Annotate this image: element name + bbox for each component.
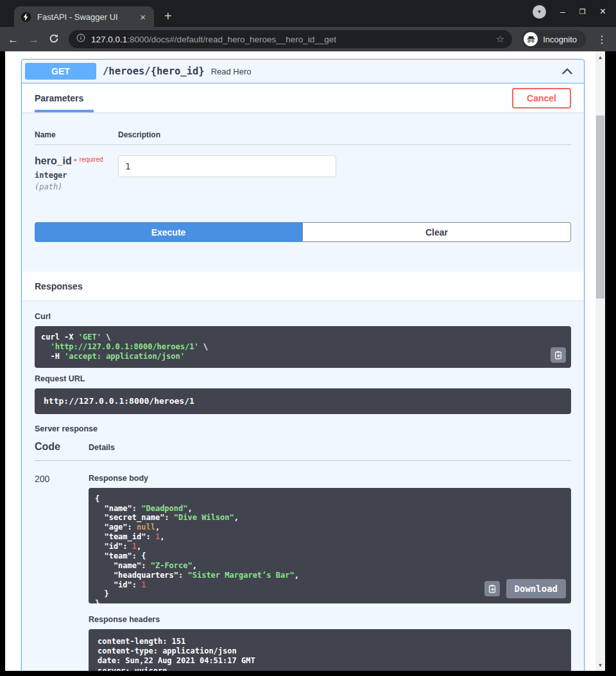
url-bar[interactable]: 127.0.0.1:8000/docs#/default/read_hero_h…: [69, 30, 512, 48]
swagger-page: GET /heroes/{hero_id} Read Hero Paramete…: [5, 51, 595, 671]
column-name: Name: [35, 130, 118, 139]
request-url-block: http://127.0.0.1:8000/heroes/1: [35, 388, 571, 414]
browser-tab[interactable]: FastAPI - Swagger UI ×: [14, 6, 154, 27]
maximize-icon[interactable]: ❐: [579, 8, 586, 15]
response-details: Response body { "name": "Deadpond", "sec…: [89, 474, 571, 671]
response-headers-label: Response headers: [89, 615, 571, 624]
response-body-actions: Download: [484, 579, 566, 598]
url-text: 127.0.0.1:8000/docs#/default/read_hero_h…: [91, 35, 490, 44]
scroll-down-icon[interactable]: ▼: [595, 661, 605, 670]
window-controls: ▾ – ❐ ×: [533, 5, 616, 19]
param-location: (path): [35, 182, 118, 191]
download-button[interactable]: Download: [506, 579, 566, 598]
param-row: hero_id*required integer (path): [35, 145, 571, 191]
incognito-label: Incognito: [543, 35, 577, 44]
column-details: Details: [89, 443, 115, 452]
param-name: hero_id: [35, 155, 72, 166]
endpoint-summary[interactable]: GET /heroes/{hero_id} Read Hero: [22, 60, 584, 83]
required-star: *: [74, 157, 77, 166]
execute-button[interactable]: Execute: [35, 222, 302, 242]
response-headers: content-length: 151 content-type: applic…: [89, 629, 571, 671]
curl-label: Curl: [35, 312, 571, 321]
method-badge: GET: [25, 63, 96, 80]
incognito-badge: Incognito: [522, 30, 586, 48]
parameters-header: Parameters Cancel: [22, 83, 584, 112]
response-body-label: Response body: [89, 474, 571, 483]
clear-button[interactable]: Clear: [302, 222, 571, 242]
param-description-cell: [118, 155, 336, 191]
column-code: Code: [35, 441, 89, 453]
browser-menu-icon[interactable]: ⋮: [595, 33, 608, 46]
status-code: 200: [35, 474, 89, 671]
page-scrollbar: ▲ ▼: [595, 51, 605, 671]
forward-icon[interactable]: →: [28, 34, 39, 45]
request-url-label: Request URL: [35, 374, 571, 383]
bookmark-star-icon[interactable]: ☆: [496, 33, 504, 45]
browser-toolbar: ← → 127.0.0.1:8000/docs#/default/read_he…: [0, 27, 616, 51]
new-tab-button[interactable]: +: [164, 10, 172, 22]
responses-inner: Curl curl -X 'GET' \ 'http://127.0.0.1:8…: [22, 300, 584, 671]
tab-parameters[interactable]: Parameters: [35, 83, 83, 112]
response-row: 200 Response body { "name": "Deadpond", …: [35, 461, 571, 671]
response-table-header: Code Details: [35, 435, 571, 461]
opblock-get: GET /heroes/{hero_id} Read Hero Paramete…: [21, 59, 585, 671]
fastapi-favicon-icon: [21, 12, 31, 22]
tab-title: FastAPI - Swagger UI: [37, 12, 132, 22]
copy-to-clipboard-button[interactable]: [551, 347, 566, 363]
parameters-table-header: Name Description: [35, 123, 571, 145]
window-close-icon[interactable]: ×: [600, 6, 606, 17]
tab-bar: FastAPI - Swagger UI × + ▾ – ❐ ×: [0, 0, 616, 27]
profile-button[interactable]: ▾: [533, 5, 546, 19]
hero-id-input[interactable]: [118, 155, 336, 177]
responses-title: Responses: [35, 281, 83, 291]
column-description: Description: [118, 130, 160, 139]
endpoint-summary-text: Read Hero: [211, 67, 252, 76]
response-body: { "name": "Deadpond", "secret_name": "Di…: [89, 488, 571, 603]
copy-response-button[interactable]: [484, 581, 500, 596]
scroll-up-icon[interactable]: ▲: [595, 53, 605, 62]
endpoint-path: /heroes/{hero_id}: [103, 65, 205, 77]
scrollbar-thumb[interactable]: [596, 116, 604, 299]
back-icon[interactable]: ←: [8, 34, 19, 45]
collapse-chevron-icon[interactable]: [561, 67, 573, 75]
incognito-icon: [524, 32, 538, 46]
site-info-icon[interactable]: [76, 33, 85, 45]
responses-header: Responses: [22, 272, 584, 300]
execute-row: Execute Clear: [35, 222, 571, 242]
reload-icon[interactable]: [49, 33, 59, 46]
cancel-button[interactable]: Cancel: [512, 88, 571, 108]
parameters-body: Name Description hero_id*required intege…: [22, 112, 584, 272]
minimize-icon[interactable]: –: [560, 7, 565, 16]
required-label: required: [80, 156, 103, 163]
param-type: integer: [35, 171, 118, 180]
tab-close-icon[interactable]: ×: [138, 12, 148, 22]
server-response-label: Server response: [35, 424, 571, 433]
param-name-cell: hero_id*required integer (path): [35, 155, 118, 191]
curl-command: curl -X 'GET' \ 'http://127.0.0.1:8000/h…: [35, 326, 571, 368]
active-tab-underline: [35, 110, 94, 112]
